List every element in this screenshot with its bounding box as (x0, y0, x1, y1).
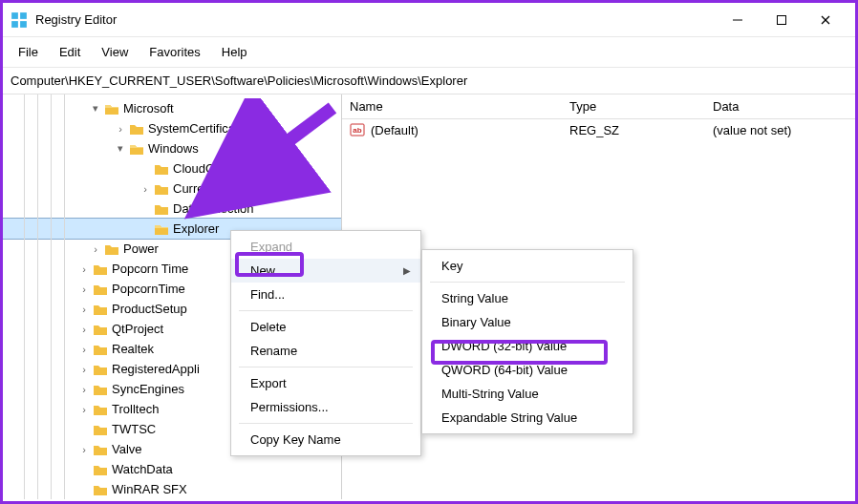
new-submenu: Key String Value Binary Value DWORD (32-… (421, 249, 633, 434)
chevron-right-icon: ▶ (403, 265, 411, 276)
tree-item-cloudcontent[interactable]: ›CloudContent (3, 158, 341, 178)
new-expandable-string-value[interactable]: Expandable String Value (422, 406, 633, 430)
tree-label: Trolltech (112, 402, 159, 416)
string-value-icon: ab (350, 122, 365, 137)
tree-item-watchdata[interactable]: ›WatchData (3, 459, 341, 479)
ctx-export[interactable]: Export (231, 371, 420, 395)
tree-label: Microsoft (123, 101, 174, 116)
ctx-expand: Expand (231, 235, 420, 259)
tree-label: CloudContent (173, 161, 249, 176)
ctx-new[interactable]: New▶ (231, 259, 420, 283)
svg-rect-1 (20, 12, 27, 19)
tree-label: SystemCertificates (148, 121, 251, 136)
titlebar: Registry Editor (3, 3, 855, 37)
value-data: (value not set) (705, 121, 855, 139)
tree-label: ProductSetup (112, 302, 187, 316)
ctx-rename[interactable]: Rename (231, 339, 420, 363)
tree-item-winrarsfx[interactable]: ›WinRAR SFX (3, 479, 341, 499)
separator (239, 310, 413, 311)
registry-editor-window: Registry Editor File Edit View Favorites… (0, 0, 858, 504)
tree-label: Valve (112, 442, 142, 456)
separator (239, 367, 413, 368)
svg-rect-5 (778, 15, 786, 24)
column-name[interactable]: Name (342, 95, 562, 117)
tree-label: WinRAR SFX (112, 482, 187, 496)
tree-label: Popcorn Time (112, 262, 188, 276)
ctx-permissions[interactable]: Permissions... (231, 395, 420, 419)
svg-rect-2 (11, 21, 18, 28)
menu-help[interactable]: Help (212, 41, 257, 63)
tree-item-microsoft[interactable]: ▾Microsoft (3, 98, 341, 118)
context-menu: Expand New▶ Find... Delete Rename Export… (230, 230, 421, 456)
tree-label: TWTSC (112, 422, 156, 436)
separator (430, 282, 625, 283)
tree-label: WatchData (112, 462, 173, 476)
tree-label: Realtek (112, 342, 154, 356)
value-row-default[interactable]: ab (Default) REG_SZ (value not set) (342, 119, 855, 140)
tree-label: DataCollection (173, 201, 254, 216)
regedit-icon (11, 11, 28, 29)
minimize-button[interactable] (716, 6, 760, 34)
tree-label: Windows (148, 141, 199, 156)
menubar: File Edit View Favorites Help (3, 37, 855, 68)
ctx-copy-key-name[interactable]: Copy Key Name (231, 428, 420, 452)
new-qword64-value[interactable]: QWORD (64-bit) Value (422, 358, 633, 382)
tree-label: Explorer (173, 221, 219, 236)
column-data[interactable]: Data (705, 95, 855, 117)
tree-label: CurrentVersion (173, 181, 256, 196)
menu-view[interactable]: View (92, 41, 138, 63)
tree-label: SyncEngines (112, 382, 184, 396)
tree-label: RegisteredAppli (112, 362, 200, 376)
svg-rect-3 (20, 21, 27, 28)
svg-rect-0 (11, 12, 18, 19)
value-type: REG_SZ (562, 121, 705, 139)
address-bar[interactable]: Computer\HKEY_CURRENT_USER\Software\Poli… (3, 68, 855, 94)
maximize-button[interactable] (760, 6, 804, 34)
ctx-find[interactable]: Find... (231, 283, 420, 306)
close-button[interactable] (804, 6, 847, 34)
new-dword32-value[interactable]: DWORD (32-bit) Value (422, 334, 633, 358)
tree-label: PopcornTime (112, 282, 185, 296)
tree-item-windows[interactable]: ▾Windows (3, 138, 341, 158)
tree-item-datacollection[interactable]: ›DataCollection (3, 199, 341, 219)
values-header: Name Type Data (342, 94, 855, 119)
menu-file[interactable]: File (9, 41, 48, 63)
tree-item-currentversion[interactable]: ›CurrentVersion (3, 178, 341, 199)
separator (239, 423, 413, 424)
tree-label: Power (123, 242, 159, 256)
new-multistring-value[interactable]: Multi-String Value (422, 382, 633, 406)
menu-favorites[interactable]: Favorites (139, 41, 209, 63)
ctx-new-label: New (250, 263, 275, 278)
window-title: Registry Editor (35, 12, 117, 27)
tree-label: QtProject (112, 322, 163, 336)
value-name: (Default) (371, 123, 418, 137)
svg-text:ab: ab (353, 126, 361, 135)
tree-item-systemcertificates[interactable]: ›SystemCertificates (3, 118, 341, 138)
menu-edit[interactable]: Edit (50, 41, 90, 63)
new-string-value[interactable]: String Value (422, 286, 633, 310)
new-key[interactable]: Key (422, 254, 633, 278)
new-binary-value[interactable]: Binary Value (422, 310, 633, 334)
column-type[interactable]: Type (562, 95, 705, 117)
ctx-delete[interactable]: Delete (231, 315, 420, 339)
